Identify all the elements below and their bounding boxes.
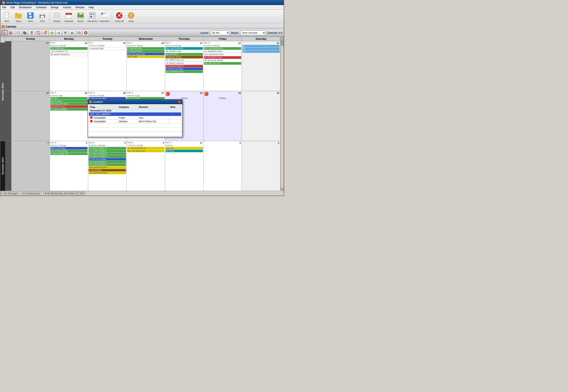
format-btn-6[interactable] [36, 30, 42, 36]
event[interactable]: COMPANY MOVE [166, 56, 203, 58]
event[interactable]: 65: GEORGE'S OFFI [204, 56, 241, 59]
event[interactable]: 100: DUMP [127, 56, 165, 58]
event[interactable]: B CAM on set today [89, 158, 126, 160]
format-btn-7[interactable] [42, 30, 48, 36]
event[interactable]: 44: HATCH HALL [50, 105, 88, 108]
event[interactable]: 4: MAIN STREET BE [50, 153, 88, 155]
event[interactable]: 115: DOORWAY TO [50, 50, 88, 53]
event[interactable]: 130: MARTINI'S BAR [89, 166, 126, 169]
day-nov29[interactable]: 🎒 29 Holiday [204, 91, 242, 141]
event[interactable]: 81: MAIN STREET B [89, 153, 126, 155]
event[interactable]: 5: DRUGSTORE [127, 47, 165, 50]
event[interactable]: If Time Permits [89, 169, 126, 171]
day-nov22[interactable]: Day 10 22 9:15 est; 3 4/8 pgs 147, 148: … [204, 41, 242, 91]
menu-actions[interactable]: Actions [62, 6, 72, 9]
event[interactable]: 42: HALL [50, 97, 88, 99]
event[interactable]: 3: FROZEN RIVER A [166, 65, 203, 68]
toolbar-sheets[interactable]: Sheets [52, 11, 62, 22]
event[interactable]: 147, 148: GEORGE'S [204, 47, 241, 50]
format-btn-13[interactable] [83, 30, 89, 36]
event[interactable]: 85: [242, 50, 280, 53]
toolbar-elements[interactable]: Elements [87, 11, 97, 22]
format-btn-3[interactable] [15, 30, 21, 36]
format-btn-10[interactable] [63, 30, 69, 36]
day-nov19[interactable]: Day 7 19 3:00 est; 3 4/8 pgs 5: DRUGSTOR… [88, 41, 127, 91]
format-btn-11[interactable] [69, 30, 75, 36]
format-btn-12[interactable] [76, 30, 82, 36]
day-dec1[interactable]: 1 [11, 141, 50, 191]
event[interactable]: 2ND Unit works toda [127, 53, 165, 55]
conflict-selected-row[interactable]: 155, 156: LIBRARY [89, 112, 181, 116]
conflict-row-1[interactable]: Unavailable Props Gun [89, 116, 181, 120]
event[interactable]: 54: GEORGE'S OFFI [204, 50, 241, 53]
event[interactable]: 68, [242, 48, 280, 50]
day-nov23[interactable]: 23 84: 68, 85: [242, 41, 280, 91]
format-btn-8[interactable] [49, 30, 55, 36]
menu-breakdown[interactable]: Breakdown [18, 6, 33, 9]
toolbar-close-all[interactable]: Close All [114, 11, 124, 22]
menu-window[interactable]: Window [75, 6, 85, 9]
conflicts-close-btn[interactable]: ✕ [178, 100, 181, 103]
event[interactable]: 113: GEORGE'S OFFI [204, 53, 241, 56]
right-scrollbar[interactable]: ▲ ▼ [280, 37, 284, 191]
event[interactable]: 74, 76: MARTINI'S NI [127, 147, 165, 150]
event[interactable]: 160: MAIN STREET I [89, 161, 126, 163]
event[interactable]: 32: MAIN STREET B [89, 163, 126, 166]
conflict-row-2[interactable]: Unavailable Vehicles Bert's Police Car [89, 120, 181, 123]
scroll-down-btn[interactable]: ▼ [281, 188, 284, 191]
day-nov21[interactable]: Day 9 21 8:50 est; 4 5/8 pgs 166, 169: E… [165, 41, 204, 91]
event[interactable]: 140, 142: [166, 147, 203, 150]
day-dec-thu[interactable]: Day 17 17 4:50 est; 140, 142: 96: OCEA [165, 141, 204, 191]
event[interactable]: B CAM on set today [166, 68, 203, 70]
menu-schedule[interactable]: Schedule [35, 6, 47, 9]
event[interactable]: 49: ERNIE'S CAB [166, 50, 203, 53]
event[interactable]: 37: HATCH HOME [50, 108, 88, 111]
event[interactable]: 141, 143: NICK'S BA [127, 150, 165, 152]
day-nov20[interactable]: Day 8 20 6:00 est; 3 7/8 pgs 5: DRUGSTOR… [127, 41, 165, 91]
toolbar-calendar[interactable]: 14 Calendar [64, 11, 74, 22]
format-btn-5[interactable] [29, 30, 35, 36]
day-nov30[interactable]: 30 [242, 91, 280, 141]
event[interactable]: 131: MARTINI'S BAR [89, 172, 126, 174]
layout-select[interactable]: By Set By Scene By Actor [210, 30, 230, 35]
format-btn-1[interactable]: T [2, 30, 8, 36]
toolbar-save[interactable]: Save [25, 11, 36, 22]
day-dec3[interactable]: Day 15 3 16:04 est; 4 6/8 pgs 17: MAIN S… [88, 141, 127, 191]
toolbar-board[interactable]: Board [75, 11, 86, 22]
day-dec2[interactable]: Day 14 2 9:00 est; 4 7/8 pgs EPK on set … [50, 141, 88, 191]
day-nov25[interactable]: Day 11 25 4:15 est; 5 pgs 42: HALL 46: H… [50, 91, 88, 141]
event[interactable]: 46: HALLWAY [50, 100, 88, 102]
event[interactable]: 117: MAIN STREET I [89, 150, 126, 152]
toolbar-help[interactable]: ? Help [126, 11, 136, 22]
menu-edit[interactable]: Edit [10, 6, 16, 9]
day-nov24[interactable]: 24 [11, 91, 50, 141]
event[interactable]: 56, 58, 60, 62: GEOR [204, 59, 241, 62]
scroll-thumb[interactable] [281, 40, 283, 46]
event[interactable]: 119, 120, 121, 122, [204, 62, 241, 65]
event[interactable]: 90: DRAFT BOARD O [50, 53, 88, 56]
event[interactable]: 47: FRONT HALL BA [166, 58, 203, 62]
event[interactable]: 96: OCEA [166, 150, 203, 152]
event[interactable]: 89: FACTORY [166, 53, 203, 56]
day-nov17[interactable]: 17 [11, 41, 50, 91]
day-dec6[interactable]: 6 [242, 141, 280, 191]
day-dec4[interactable]: Day 16 4 7:00 est; 3 1/8 pgs 74, 76: MAR… [127, 141, 165, 191]
event[interactable]: 166, 169: ENTRANC [166, 47, 203, 50]
event[interactable]: EPK on set today [50, 147, 88, 150]
event[interactable]: 7: DRUGSTORE [127, 50, 165, 52]
toolbar-open[interactable]: Open [14, 11, 24, 22]
menu-help[interactable]: Help [88, 6, 95, 9]
menu-file[interactable]: File [1, 6, 7, 9]
event[interactable]: 165: GEORGE'S HO [166, 70, 203, 73]
event[interactable]: 17: MAIN STREET B [89, 147, 126, 150]
event[interactable]: 5: DRUGSTORE [89, 47, 126, 50]
toolbar-new[interactable]: New [2, 11, 12, 22]
format-btn-9[interactable]: a z [56, 30, 62, 36]
toolbar-print[interactable]: Print [37, 11, 47, 22]
event[interactable]: 150: HALLWAY GEO [50, 103, 88, 105]
day-dec5[interactable]: 5 [204, 141, 242, 191]
event[interactable]: 171: LIVING ROOM [50, 150, 88, 152]
event[interactable]: 84: [242, 45, 280, 47]
toolbar-calendars[interactable]: Calendars [99, 11, 110, 22]
event[interactable]: 129: MAIN STREET I [89, 155, 126, 158]
